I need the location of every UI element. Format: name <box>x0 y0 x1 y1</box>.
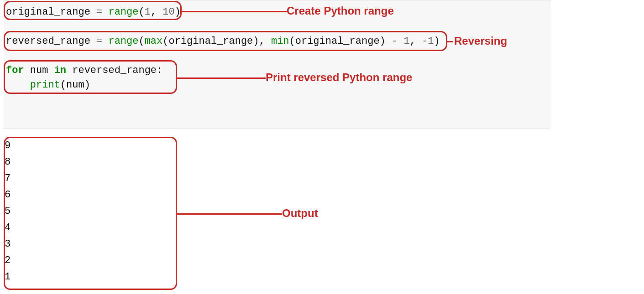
token-variable: original_range <box>168 36 253 47</box>
diagram-stage: original_range = range(1, 10) reversed_r… <box>0 0 644 294</box>
token-variable: num <box>30 65 48 76</box>
token-paren: ) <box>380 36 386 47</box>
token-paren: ( <box>60 79 66 91</box>
token-colon: : <box>157 65 162 76</box>
token-paren: ) <box>175 6 181 18</box>
annotation-output: Output <box>282 207 318 220</box>
code-line-2: reversed_range = range(max(original_rang… <box>6 34 547 49</box>
output-line: 7 <box>5 170 10 187</box>
output-line: 5 <box>5 203 10 220</box>
token-variable: reversed_range <box>72 65 157 76</box>
code-line-1: original_range = range(1, 10) <box>6 5 547 20</box>
output-line: 8 <box>5 154 10 170</box>
token-paren: ) <box>434 36 440 47</box>
token-operator: - <box>422 36 428 47</box>
token-number: 10 <box>162 6 174 18</box>
token-comma: , <box>259 36 271 47</box>
code-blank <box>6 49 547 63</box>
token-builtin: range <box>108 6 138 18</box>
code-line-4: print(num) <box>6 78 547 93</box>
token-variable: original_range <box>295 36 380 47</box>
output-line: 6 <box>5 187 10 203</box>
token-variable: original_range <box>6 6 90 18</box>
token-builtin: print <box>30 79 60 91</box>
token-builtin: min <box>271 36 289 47</box>
code-panel: original_range = range(1, 10) reversed_r… <box>3 0 550 129</box>
token-keyword: for <box>6 65 24 76</box>
token-builtin: range <box>108 36 138 47</box>
output-line: 4 <box>5 220 10 236</box>
token-operator: - <box>386 36 404 47</box>
token-comma: , <box>151 6 162 18</box>
output-line: 1 <box>5 269 10 285</box>
callout-box-output <box>4 137 177 290</box>
output-line: 9 <box>5 138 10 154</box>
output-line: 3 <box>5 236 10 253</box>
token-variable: reversed_range <box>6 36 90 47</box>
code-line-3: for num in reversed_range: <box>6 63 547 78</box>
token-space <box>66 65 72 76</box>
token-indent <box>6 79 30 91</box>
token-keyword: in <box>54 65 66 76</box>
token-paren: ( <box>138 36 144 47</box>
token-paren: ( <box>162 36 168 47</box>
token-number: 1 <box>428 36 434 47</box>
output-panel: 9 8 7 6 5 4 3 2 1 <box>5 138 10 285</box>
token-paren: ) <box>253 36 259 47</box>
token-operator: = <box>90 6 109 18</box>
token-number: 1 <box>403 36 409 47</box>
token-paren: ( <box>289 36 295 47</box>
token-paren: ) <box>84 79 90 91</box>
token-space <box>24 65 30 76</box>
token-operator: = <box>90 36 109 47</box>
token-space <box>48 65 54 76</box>
token-number: 1 <box>145 6 151 18</box>
token-builtin: max <box>145 36 163 47</box>
code-blank <box>6 20 547 34</box>
token-variable: num <box>66 79 84 91</box>
connector-line <box>177 213 282 215</box>
output-line: 2 <box>5 253 10 269</box>
token-paren: ( <box>138 6 144 18</box>
token-comma: , <box>410 36 422 47</box>
